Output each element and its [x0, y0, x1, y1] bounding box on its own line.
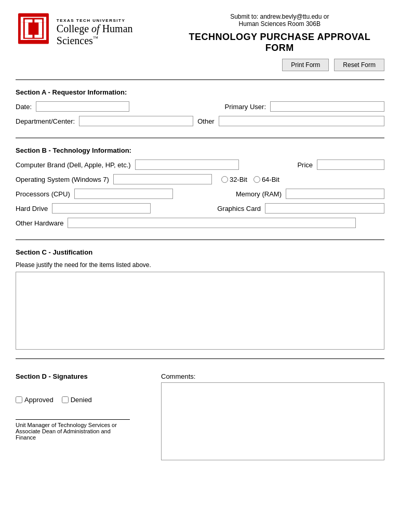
section-b: Section B - Technology Information: Comp…: [16, 141, 384, 236]
date-row: Date: Primary User:: [16, 101, 384, 112]
cpu-row: Processors (CPU) Memory (RAM): [16, 189, 384, 199]
comments-textarea[interactable]: [161, 382, 384, 460]
os-label: Operating System (Windows 7): [16, 176, 109, 183]
svg-rect-13: [38, 22, 42, 35]
section-b-title: Section B - Technology Information:: [16, 147, 384, 154]
signature-line2: Associate Dean of Administration and Fin…: [16, 428, 130, 441]
primary-user-label: Primary User:: [225, 103, 266, 111]
brand-label: Computer Brand (Dell, Apple, HP, etc.): [16, 161, 131, 169]
page-header: TEXAS TECH UNIVERSITY College of Human S…: [16, 10, 384, 75]
brand-row: Computer Brand (Dell, Apple, HP, etc.) P…: [16, 159, 384, 170]
section-b-divider: [16, 240, 384, 240]
svg-rect-15: [34, 35, 42, 38]
svg-rect-11: [34, 19, 42, 22]
section-d-right: Comments:: [161, 373, 384, 462]
svg-rect-14: [25, 35, 33, 38]
section-c-divider: [16, 358, 384, 359]
os-input[interactable]: [113, 174, 212, 184]
primary-user-input[interactable]: [270, 101, 384, 112]
brand-input[interactable]: [135, 159, 239, 170]
denied-checkbox[interactable]: [62, 396, 69, 403]
bit32-label[interactable]: 32-Bit: [221, 176, 247, 183]
ram-input[interactable]: [286, 189, 384, 199]
logo-area: TEXAS TECH UNIVERSITY College of Human S…: [16, 10, 175, 52]
form-title: TECHNOLOGY PURCHASE APPROVAL FORM: [175, 32, 384, 54]
price-label: Price: [297, 161, 313, 169]
bit32-radio[interactable]: [221, 176, 228, 183]
school-name: TEXAS TECH UNIVERSITY College of Human S…: [57, 18, 175, 47]
header-right: Submit to: andrew.bevly@ttu.edu or Human…: [175, 10, 384, 75]
trademark: ™: [93, 35, 98, 41]
section-a: Section A - Requestor Information: Date:…: [16, 83, 384, 135]
denied-checkbox-label[interactable]: Denied: [62, 396, 92, 404]
svg-rect-9: [27, 21, 41, 36]
section-c-title: Section C - Justification: [16, 248, 384, 256]
comments-label: Comments:: [161, 373, 384, 380]
cpu-label: Processors (CPU): [16, 190, 70, 198]
approved-label: Approved: [24, 396, 54, 404]
reset-form-button[interactable]: Reset Form: [334, 59, 384, 71]
cpu-input[interactable]: [74, 189, 173, 199]
hdd-row: Hard Drive Graphics Card: [16, 203, 384, 214]
other-input[interactable]: [219, 116, 384, 126]
submit-to-line2: Human Sciences Room 306B: [175, 20, 384, 28]
hdd-input[interactable]: [52, 203, 151, 214]
button-row: Print Form Reset Form: [175, 59, 384, 71]
ram-label: Memory (RAM): [236, 190, 282, 198]
signature-line1: Unit Manager of Technology Services or: [16, 422, 130, 428]
signature-area: Unit Manager of Technology Services or A…: [16, 419, 151, 441]
print-form-button[interactable]: Print Form: [282, 59, 329, 71]
os-row: Operating System (Windows 7) 32-Bit 64-B…: [16, 174, 384, 184]
section-d-title: Section D - Signatures: [16, 373, 151, 380]
approved-checkbox-label[interactable]: Approved: [16, 396, 54, 404]
bit64-label[interactable]: 64-Bit: [254, 176, 279, 183]
justify-description: Please justify the need for the items li…: [16, 261, 384, 269]
svg-rect-10: [25, 19, 33, 22]
college-of: of: [91, 23, 100, 34]
gpu-label: Graphics Card: [217, 205, 261, 212]
other-hw-label: Other Hardware: [16, 219, 63, 227]
texas-tech-label: TEXAS TECH UNIVERSITY: [57, 18, 175, 23]
denied-label: Denied: [71, 396, 92, 404]
department-label: Department/Center:: [16, 117, 75, 125]
section-a-divider: [16, 138, 384, 138]
date-label: Date:: [16, 103, 32, 111]
header-left: TEXAS TECH UNIVERSITY College of Human S…: [16, 10, 175, 52]
section-a-title: Section A - Requestor Information:: [16, 88, 384, 96]
gpu-input[interactable]: [265, 203, 384, 214]
price-input[interactable]: [317, 159, 384, 170]
section-c: Section C - Justification Please justify…: [16, 243, 384, 355]
header-divider: [16, 79, 384, 80]
other-label: Other: [197, 117, 215, 125]
department-input[interactable]: [79, 116, 193, 126]
approved-checkbox[interactable]: [16, 396, 22, 403]
ttu-logo: [16, 10, 51, 52]
other-hw-input[interactable]: [68, 218, 356, 228]
other-hw-row: Other Hardware: [16, 218, 384, 228]
justification-textarea[interactable]: [16, 272, 384, 350]
bit-radio-group: 32-Bit 64-Bit: [221, 176, 279, 183]
section-d-left: Section D - Signatures Approved Denied U…: [16, 373, 151, 462]
bit64-radio[interactable]: [254, 176, 260, 183]
college-name: College of Human Sciences™: [57, 23, 175, 47]
svg-rect-12: [25, 22, 29, 35]
approval-checkboxes: Approved Denied: [16, 396, 151, 404]
department-row: Department/Center: Other: [16, 116, 384, 126]
section-d: Section D - Signatures Approved Denied U…: [16, 362, 384, 471]
hdd-label: Hard Drive: [16, 205, 48, 212]
signature-line: Unit Manager of Technology Services or A…: [16, 419, 130, 441]
submit-to-line1: Submit to: andrew.bevly@ttu.edu or: [175, 13, 384, 20]
date-input[interactable]: [36, 101, 129, 112]
section-d-content: Section D - Signatures Approved Denied U…: [16, 367, 384, 467]
